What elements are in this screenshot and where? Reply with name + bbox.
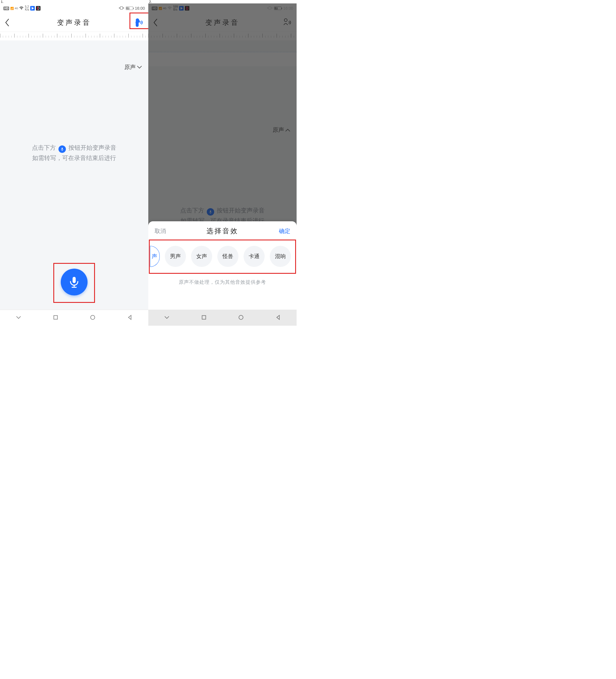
sheet-confirm-button[interactable]: 确定	[279, 227, 290, 235]
effect-chip-male[interactable]: 男声	[165, 246, 186, 267]
battery-icon: 45	[126, 6, 133, 10]
nav-hide-button[interactable]	[164, 314, 170, 322]
content-area: 原声 点击下方 按钮开始变声录音 如需转写，可在录音结束后进行	[0, 52, 148, 306]
svg-point-10	[239, 315, 243, 319]
vibrate-icon	[119, 6, 124, 11]
sheet-cancel-button[interactable]: 取消	[155, 227, 166, 235]
effect-chip-cartoon[interactable]: 卡通	[244, 246, 265, 267]
chevron-down-icon	[137, 66, 142, 69]
hd-badge: HD	[3, 6, 9, 10]
effect-chip-female[interactable]: 女声	[191, 246, 212, 267]
sheet-title: 选择音效	[206, 226, 238, 235]
hint-text: 点击下方 按钮开始变声录音 如需转写，可在录音结束后进行	[0, 142, 148, 163]
nav-home-button[interactable]	[90, 314, 96, 322]
step-label-2: 2.	[149, 0, 152, 3]
network-type: 4G	[14, 7, 18, 10]
nav-back-button[interactable]	[127, 314, 133, 322]
system-nav-bar	[148, 310, 297, 326]
nav-back-button[interactable]	[275, 314, 281, 322]
wifi-icon	[19, 6, 24, 10]
svg-rect-2	[62, 148, 63, 150]
nav-recent-button[interactable]	[201, 314, 207, 322]
nav-hide-button[interactable]	[15, 314, 22, 322]
page-title: 变声录音	[57, 18, 91, 27]
effect-chip-original[interactable]: 声	[150, 246, 160, 267]
svg-rect-3	[73, 277, 76, 283]
mic-icon	[68, 276, 80, 288]
app-icon-1	[30, 6, 35, 10]
effect-chip-monster[interactable]: 怪兽	[217, 246, 238, 267]
effect-chip-row[interactable]: 声 男声 女声 怪兽 卡通 混响	[148, 238, 297, 272]
svg-rect-0	[120, 6, 123, 9]
svg-rect-9	[202, 315, 206, 319]
nav-home-button[interactable]	[238, 314, 244, 322]
status-bar: HD 📶 4G 5.2K/s	[0, 3, 148, 13]
timeline-ruler: /*placeholder*/	[0, 32, 148, 40]
title-bar: 变声录音	[0, 13, 148, 32]
mic-inline-icon	[59, 146, 66, 153]
net-speed: 5.2K/s	[25, 5, 29, 11]
svg-rect-4	[54, 315, 58, 319]
sheet-note: 原声不做处理，仅为其他音效提供参考	[148, 279, 297, 286]
svg-point-5	[91, 315, 95, 319]
voice-change-button[interactable]	[132, 16, 145, 29]
nav-recent-button[interactable]	[53, 314, 59, 322]
clock: 16:00	[135, 6, 145, 10]
step-label-1: 1.	[1, 0, 3, 3]
signal-icon: 📶	[10, 7, 13, 10]
effect-picker-sheet: 取消 选择音效 确定 声 男声 女声 怪兽 卡通 混响 原声不做处理，仅为其他音…	[148, 221, 297, 310]
voice-type-selector[interactable]: 原声	[124, 63, 142, 71]
back-button[interactable]	[3, 18, 11, 27]
effect-chip-reverb[interactable]: 混响	[270, 246, 291, 267]
svg-point-1	[136, 19, 139, 22]
record-button[interactable]	[61, 269, 88, 295]
system-nav-bar	[0, 310, 148, 326]
app-icon-2	[36, 6, 40, 10]
